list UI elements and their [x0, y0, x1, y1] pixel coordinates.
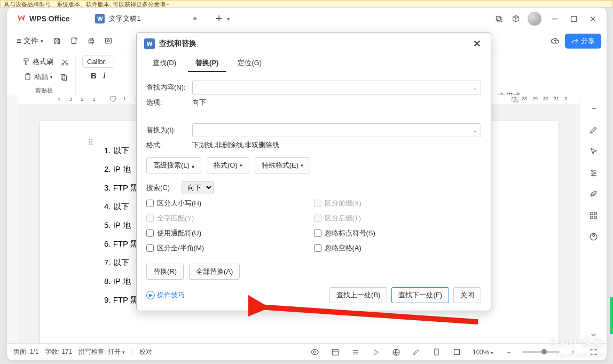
svg-rect-6 — [56, 38, 59, 39]
replace-with-input[interactable]: ⌄ — [192, 123, 481, 137]
pencil-icon[interactable] — [585, 121, 602, 138]
file-label: 文件 — [23, 36, 38, 46]
paste-label: 粘贴 — [34, 72, 48, 82]
svg-rect-7 — [56, 42, 59, 44]
window-copy-icon[interactable] — [490, 10, 507, 27]
svg-point-13 — [107, 39, 109, 42]
ignore-space-checkbox[interactable]: 忽略空格(A) — [314, 243, 482, 253]
indent-start-marker[interactable] — [109, 96, 117, 104]
page-status[interactable]: 页面: 1/1 — [13, 347, 38, 357]
find-prev-button[interactable]: 查找上一处(B) — [329, 287, 387, 303]
svg-point-25 — [592, 170, 593, 171]
app-name: WPS Office — [29, 14, 69, 23]
find-content-label: 查找内容(N): — [146, 83, 188, 92]
cut-icon[interactable] — [61, 58, 69, 66]
edit-icon[interactable] — [410, 345, 423, 359]
font-name-select[interactable]: Calibri — [82, 56, 114, 68]
titlebar: WPS Office W 文字文稿1 + ▾ — [7, 7, 607, 30]
tab-goto[interactable]: 定位(G) — [230, 55, 269, 72]
spellcheck-status[interactable]: 拼写检查: 打开 ▾ — [78, 347, 125, 357]
doc-title: 文字文稿1 — [109, 14, 140, 23]
user-avatar[interactable] — [528, 12, 541, 26]
file-menu[interactable]: ≡ 文件 ▾ — [12, 34, 48, 48]
zoom-slider[interactable] — [522, 351, 560, 353]
new-icon[interactable] — [67, 34, 82, 49]
print-icon[interactable] — [84, 34, 99, 49]
format-button[interactable]: 格式(O) ▾ — [207, 157, 249, 173]
advanced-search-button[interactable]: 高级搜索(L) ▴ — [146, 157, 201, 173]
chevron-down-icon[interactable]: ⌄ — [473, 128, 477, 133]
web-icon[interactable] — [389, 345, 403, 359]
share-button[interactable]: 分享 — [565, 34, 601, 49]
svg-rect-12 — [106, 38, 112, 43]
bold-button[interactable]: B — [91, 71, 97, 80]
options-value: 向下 — [192, 98, 206, 107]
special-format-button[interactable]: 特殊格式(E) ▾ — [255, 157, 310, 173]
tab-find[interactable]: 查找(D) — [145, 55, 184, 72]
ruler-tick: 1 — [123, 96, 126, 101]
unsaved-dot-icon — [193, 17, 197, 20]
fullscreen-icon[interactable] — [586, 345, 600, 359]
dialog-close-btn[interactable]: 关闭 — [453, 287, 481, 303]
dialog-titlebar[interactable]: W 查找和替换 ✕ — [137, 33, 491, 55]
page-icon[interactable] — [430, 345, 444, 359]
replace-button[interactable]: 替换(R) — [146, 264, 184, 280]
dialog-close-button[interactable]: ✕ — [471, 38, 483, 50]
replace-all-button[interactable]: 全部替换(A) — [189, 264, 240, 280]
paste-button[interactable]: 粘贴 ▾ — [20, 70, 56, 83]
cloud-upload-icon[interactable] — [548, 34, 563, 49]
wildcard-checkbox[interactable]: 使用通配符(U) — [146, 228, 314, 238]
leaf-icon[interactable] — [585, 185, 602, 202]
new-tab-dropdown[interactable]: ▾ — [227, 16, 230, 22]
svg-point-33 — [314, 351, 316, 353]
outline-icon[interactable] — [349, 345, 363, 359]
svg-point-27 — [592, 175, 594, 176]
ignore-punct-checkbox[interactable]: 忽略标点符号(S) — [314, 228, 482, 238]
zoom-out-button[interactable]: − — [502, 345, 516, 359]
svg-rect-1 — [498, 18, 502, 22]
new-tab-button[interactable]: + — [211, 12, 227, 26]
proof-status[interactable]: 校对 — [139, 347, 152, 357]
maximize-button[interactable] — [564, 15, 583, 22]
zoom-in-button[interactable]: + — [566, 345, 580, 359]
collapse-panel-icon[interactable] — [585, 100, 602, 117]
tab-replace[interactable]: 替换(P) — [188, 55, 226, 72]
cube-icon[interactable] — [507, 10, 524, 27]
find-next-button[interactable]: 查找下一处(F) — [391, 287, 449, 303]
help-icon[interactable] — [585, 228, 602, 245]
chevron-down-icon[interactable]: ⌄ — [473, 85, 477, 91]
svg-rect-31 — [594, 216, 596, 218]
save-icon[interactable] — [50, 34, 65, 49]
document-tab[interactable]: W 文字文稿1 — [85, 7, 206, 30]
indent-end-marker[interactable] — [513, 96, 519, 103]
options-label: 选项: — [146, 98, 188, 107]
zoom-fit-icon[interactable] — [450, 345, 464, 359]
format-brush-button[interactable]: 格式刷 — [19, 56, 57, 68]
apps-icon[interactable] — [585, 207, 602, 224]
copy-icon[interactable] — [60, 73, 68, 81]
search-direction-select[interactable]: 向下 — [182, 181, 214, 194]
case-sensitive-checkbox[interactable]: 区分大小写(H) — [146, 199, 314, 208]
italic-button[interactable]: I — [103, 71, 106, 80]
preview-icon[interactable] — [101, 34, 116, 49]
svg-rect-40 — [435, 349, 439, 355]
whole-word-checkbox: 全字匹配(Y) — [146, 213, 314, 223]
close-button[interactable] — [583, 15, 602, 22]
fullhalf-checkbox[interactable]: 区分全/半角(M) — [146, 243, 314, 253]
zoom-level[interactable]: 103% ▾ — [473, 349, 493, 356]
settings-sliders-icon[interactable] — [585, 164, 602, 181]
find-content-input[interactable]: ⌄ — [192, 81, 481, 94]
eye-icon[interactable] — [308, 345, 322, 359]
paragraph-handle-icon[interactable]: ⠿ — [88, 138, 93, 147]
svg-rect-0 — [496, 16, 500, 20]
read-mode-icon[interactable] — [328, 345, 342, 359]
tips-link[interactable]: ▶ 操作技巧 — [146, 290, 185, 300]
app-logo[interactable]: WPS Office — [11, 14, 75, 23]
play-icon[interactable] — [369, 345, 383, 359]
share-icon — [571, 37, 579, 45]
expand-down-icon[interactable] — [585, 326, 602, 343]
cursor-icon[interactable] — [585, 143, 602, 160]
minimize-button[interactable] — [545, 15, 564, 22]
svg-rect-14 — [24, 59, 28, 61]
word-count[interactable]: 字数: 171 — [45, 347, 72, 357]
